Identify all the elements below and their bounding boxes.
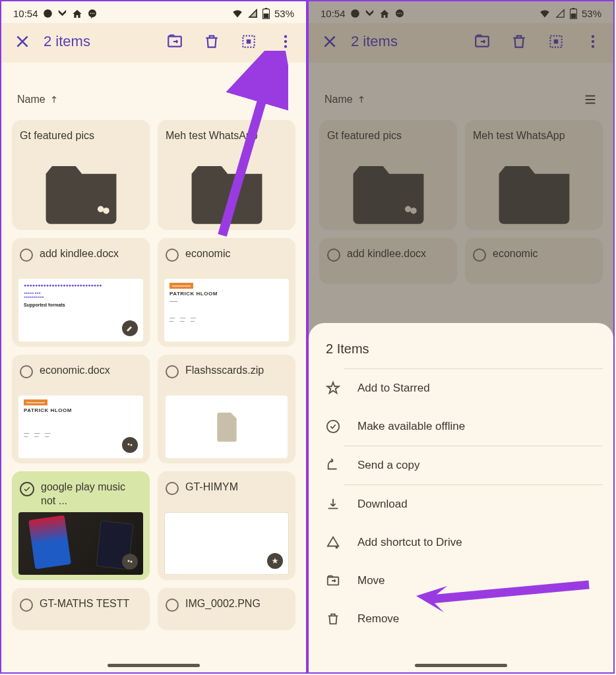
file-card[interactable]: add kindlee.docx	[319, 238, 457, 284]
sort-row: Name	[309, 63, 613, 115]
selection-count: 2 items	[351, 33, 455, 50]
select-radio[interactable]	[20, 599, 33, 612]
folder-card[interactable]: Meh test WhatsApp	[158, 120, 295, 230]
svg-rect-29	[572, 8, 574, 9]
svg-rect-6	[265, 8, 267, 9]
app-icon	[365, 9, 375, 18]
file-card[interactable]: add kindlee.docx ●●●●●●●●●●●●●●●●●●●●●●●…	[12, 238, 150, 347]
doc-thumbnail: ━━━━━━━ PATRICK HLOOM ━━━━━━━━━━━━━━━━━━…	[18, 396, 143, 458]
sort-button[interactable]: Name	[324, 94, 366, 105]
bottom-sheet: 2 Items Add to Starred Make available of…	[309, 323, 613, 672]
move-icon[interactable]	[166, 33, 183, 50]
more-icon[interactable]	[584, 33, 601, 50]
wifi-icon	[231, 9, 243, 18]
svg-rect-10	[247, 40, 251, 44]
delete-icon[interactable]	[203, 33, 220, 50]
select-all-icon[interactable]	[240, 33, 257, 50]
move-icon[interactable]	[474, 33, 491, 50]
battery-icon	[262, 8, 270, 19]
menu-remove[interactable]: Remove	[309, 600, 613, 638]
svg-point-16	[276, 103, 278, 104]
chat-icon	[350, 9, 360, 18]
select-all-icon[interactable]	[547, 33, 565, 50]
menu-send-a-copy[interactable]: Send a copy	[309, 446, 613, 484]
star-icon	[326, 381, 340, 396]
file-card[interactable]: Flashsscards.zip	[158, 355, 295, 463]
svg-rect-30	[571, 14, 576, 18]
offline-icon	[326, 419, 340, 434]
svg-point-12	[284, 40, 287, 43]
svg-point-4	[93, 13, 94, 14]
drive-shortcut-icon	[326, 535, 340, 550]
menu-move[interactable]: Move	[309, 562, 613, 600]
folder-card[interactable]: Gt featured pics	[319, 120, 457, 230]
svg-point-26	[399, 13, 400, 14]
folder-icon	[187, 162, 266, 225]
folder-card[interactable]: Meh test WhatsApp	[465, 120, 603, 230]
view-list-icon[interactable]	[583, 92, 598, 107]
select-radio[interactable]	[20, 365, 33, 378]
selection-action-bar: 2 items	[309, 23, 613, 63]
share-icon	[326, 458, 340, 473]
right-screenshot: 10:54 53% 2 items Name	[307, 0, 615, 674]
shared-badge-icon	[122, 554, 138, 570]
selection-count: 2 items	[44, 33, 148, 50]
star-badge-icon	[267, 553, 283, 569]
select-radio[interactable]	[166, 365, 179, 378]
signal-icon	[555, 9, 565, 18]
file-card[interactable]: GT-MATHS TESTT	[12, 588, 150, 630]
svg-point-22	[131, 561, 133, 563]
file-card[interactable]: GT-HIMYM	[158, 471, 295, 580]
file-card[interactable]: IMG_0002.PNG	[158, 588, 295, 630]
delete-icon[interactable]	[510, 33, 528, 50]
select-radio[interactable]	[166, 599, 179, 612]
wifi-icon	[539, 9, 551, 18]
messages-icon	[87, 9, 98, 19]
close-icon[interactable]	[321, 32, 339, 51]
svg-point-0	[44, 9, 52, 18]
file-card[interactable]: economic.docx ━━━━━━━ PATRICK HLOOM ━━━━…	[12, 355, 150, 463]
folder-icon	[349, 162, 428, 225]
home-indicator[interactable]	[415, 664, 507, 667]
trash-icon	[326, 612, 340, 626]
sort-button[interactable]: Name	[17, 94, 59, 105]
svg-point-34	[592, 35, 594, 38]
file-grid: Gt featured pics Meh test WhatsApp add k…	[1, 115, 306, 635]
messages-icon	[394, 9, 405, 19]
svg-point-39	[327, 421, 339, 432]
menu-add-shortcut[interactable]: Add shortcut to Drive	[309, 523, 613, 562]
home-indicator[interactable]	[108, 664, 200, 667]
select-radio[interactable]	[327, 249, 340, 262]
svg-point-11	[284, 35, 287, 38]
battery-percent: 53%	[274, 8, 294, 19]
select-radio[interactable]	[166, 249, 179, 262]
menu-add-to-starred[interactable]: Add to Starred	[309, 369, 613, 407]
left-screenshot: 10:54 53% 2 items Name	[0, 0, 307, 674]
svg-point-19	[128, 444, 130, 446]
select-radio[interactable]	[20, 249, 33, 262]
svg-point-38	[410, 208, 417, 214]
svg-point-14	[276, 96, 278, 97]
svg-point-20	[131, 444, 133, 446]
download-icon	[326, 497, 340, 512]
selected-check-icon[interactable]	[20, 482, 34, 496]
view-list-icon[interactable]	[276, 92, 290, 107]
menu-download[interactable]: Download	[309, 485, 613, 523]
folder-card[interactable]: Gt featured pics	[12, 120, 150, 230]
status-bar: 10:54 53%	[1, 1, 306, 23]
battery-icon	[570, 8, 577, 19]
select-radio[interactable]	[166, 482, 179, 495]
shared-badge-icon	[122, 437, 138, 453]
file-card[interactable]: economic	[465, 238, 603, 284]
menu-make-available-offline[interactable]: Make available offline	[309, 407, 613, 446]
folder-icon	[495, 162, 574, 225]
file-card[interactable]: economic ━━━━━━━ PATRICK HLOOM ━━━━ ━━━━…	[158, 238, 295, 347]
signal-icon	[248, 9, 258, 18]
more-icon[interactable]	[277, 33, 294, 50]
select-radio[interactable]	[473, 249, 486, 262]
file-card-selected[interactable]: google play music not ...	[12, 471, 150, 580]
time: 10:54	[13, 8, 38, 19]
file-thumbnail	[166, 396, 288, 458]
close-icon[interactable]	[13, 32, 32, 51]
svg-point-17	[97, 206, 104, 213]
